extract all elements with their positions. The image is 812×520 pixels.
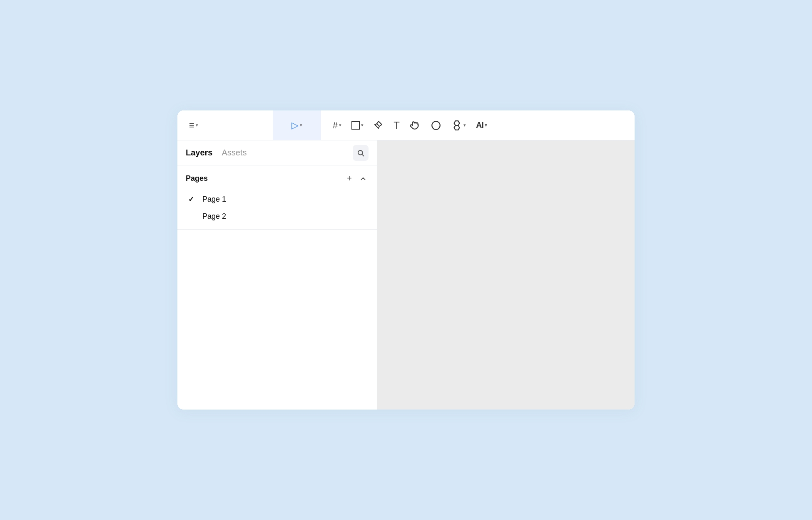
collapse-pages-button[interactable] xyxy=(358,174,369,183)
shape-chevron-icon: ▾ xyxy=(361,122,364,128)
pages-actions: + xyxy=(345,173,369,184)
menu-chevron-icon: ▾ xyxy=(196,122,198,128)
toolbar: ≡ ▾ ▷ ▾ # ▾ ▾ xyxy=(177,110,635,140)
search-button[interactable] xyxy=(353,145,369,161)
select-chevron-icon: ▾ xyxy=(300,122,302,128)
chevron-up-icon xyxy=(359,175,367,182)
page-item-1[interactable]: ✓ Page 1 xyxy=(186,191,369,208)
select-icon: ▷ xyxy=(291,120,299,131)
plugin-icon xyxy=(451,120,462,131)
frame-chevron-icon: ▾ xyxy=(339,122,341,128)
hand-icon xyxy=(410,120,421,131)
select-tool-button[interactable]: ▷ ▾ xyxy=(287,117,306,134)
pages-header: Pages + xyxy=(186,173,369,184)
panel-tabs: Layers Assets xyxy=(177,140,377,165)
plugin-tool-button[interactable]: ▾ xyxy=(447,117,470,134)
shape-tool-button[interactable]: ▾ xyxy=(347,118,368,133)
page-1-label: Page 1 xyxy=(202,195,226,204)
layers-content xyxy=(177,230,377,410)
ai-label: AI xyxy=(476,120,483,130)
ai-chevron-icon: ▾ xyxy=(485,122,487,128)
hamburger-icon: ≡ xyxy=(189,120,194,131)
svg-point-1 xyxy=(432,121,440,130)
select-section: ▷ ▾ xyxy=(273,110,321,140)
menu-section: ≡ ▾ xyxy=(177,110,273,140)
tab-assets[interactable]: Assets xyxy=(222,148,247,158)
frame-tool-button[interactable]: # ▾ xyxy=(329,117,346,134)
tools-section: # ▾ ▾ T xyxy=(321,116,635,135)
ai-tool-button[interactable]: AI ▾ xyxy=(472,117,491,133)
comment-tool-button[interactable] xyxy=(426,117,446,134)
left-panel: Layers Assets Pages + xyxy=(177,140,377,410)
active-page-check-icon: ✓ xyxy=(188,195,197,204)
comment-icon xyxy=(431,120,441,131)
search-icon xyxy=(357,149,364,157)
main-area: Layers Assets Pages + xyxy=(177,140,635,410)
tab-layers[interactable]: Layers xyxy=(186,148,213,158)
menu-button[interactable]: ≡ ▾ xyxy=(185,117,202,134)
text-tool-button[interactable]: T xyxy=(389,116,404,135)
pen-tool-button[interactable] xyxy=(369,117,388,134)
shape-icon xyxy=(351,121,360,130)
frame-icon: # xyxy=(333,120,338,131)
pages-title: Pages xyxy=(186,174,208,183)
svg-line-3 xyxy=(362,154,364,156)
page-item-2[interactable]: ✓ Page 2 xyxy=(186,208,369,225)
hand-tool-button[interactable] xyxy=(406,117,425,134)
app-window: ≡ ▾ ▷ ▾ # ▾ ▾ xyxy=(177,110,635,410)
pen-icon xyxy=(374,120,384,130)
text-icon: T xyxy=(394,120,400,131)
plugin-chevron-icon: ▾ xyxy=(463,122,466,128)
add-page-button[interactable]: + xyxy=(345,173,354,184)
svg-line-0 xyxy=(377,124,379,125)
tabs-left: Layers Assets xyxy=(186,148,247,158)
canvas-area[interactable] xyxy=(377,140,635,410)
pages-section: Pages + ✓ Page 1 xyxy=(177,165,377,230)
page-2-label: Page 2 xyxy=(202,212,226,221)
